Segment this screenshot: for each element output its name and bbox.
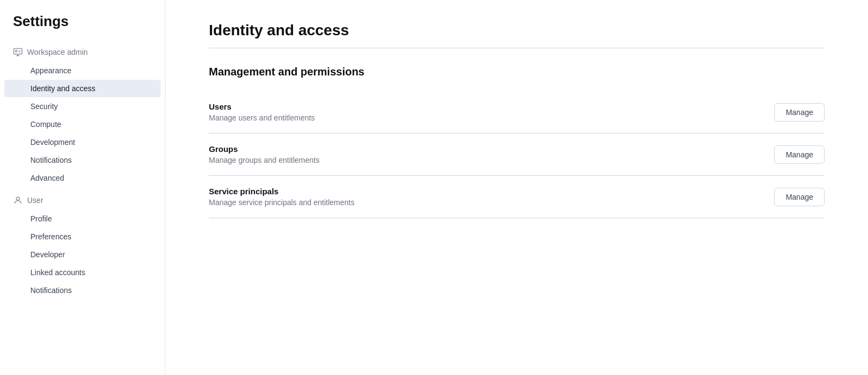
svg-point-2	[16, 197, 20, 200]
page-title: Identity and access	[209, 22, 825, 39]
users-manage-button[interactable]: Manage	[774, 103, 825, 122]
user-section-header[interactable]: User	[0, 191, 165, 209]
groups-manage-button[interactable]: Manage	[774, 145, 825, 164]
sidebar-title: Settings	[0, 13, 165, 43]
groups-desc: Manage groups and entitlements	[209, 156, 320, 164]
sidebar-item-identity-and-access[interactable]: Identity and access	[4, 80, 161, 97]
workspace-admin-icon	[13, 47, 23, 57]
groups-info: Groups Manage groups and entitlements	[209, 144, 320, 164]
items-container: Users Manage users and entitlements Mana…	[209, 91, 825, 218]
groups-name: Groups	[209, 144, 320, 154]
sidebar-item-notifications[interactable]: Notifications	[4, 151, 161, 169]
sidebar-item-advanced[interactable]: Advanced	[4, 169, 161, 187]
sidebar-item-security[interactable]: Security	[4, 98, 161, 115]
sidebar-item-developer[interactable]: Developer	[4, 246, 161, 263]
sidebar-item-user-notifications[interactable]: Notifications	[4, 282, 161, 299]
main-content: Identity and access Management and permi…	[165, 0, 868, 375]
workspace-admin-nav: Appearance Identity and access Security …	[0, 62, 165, 187]
service-principals-info: Service principals Manage service princi…	[209, 187, 354, 207]
svg-rect-0	[14, 48, 22, 54]
user-nav: Profile Preferences Developer Linked acc…	[0, 210, 165, 299]
groups-row: Groups Manage groups and entitlements Ma…	[209, 134, 825, 176]
workspace-admin-label: Workspace admin	[27, 48, 88, 56]
user-icon	[13, 195, 23, 205]
workspace-admin-header[interactable]: Workspace admin	[0, 43, 165, 61]
users-name: Users	[209, 102, 315, 111]
user-label: User	[27, 196, 43, 205]
sidebar-item-preferences[interactable]: Preferences	[4, 228, 161, 245]
page-divider	[209, 48, 825, 48]
user-section: User Profile Preferences Developer Linke…	[0, 191, 165, 299]
sidebar-item-appearance[interactable]: Appearance	[4, 62, 161, 79]
service-principals-desc: Manage service principals and entitlemen…	[209, 198, 354, 207]
users-desc: Manage users and entitlements	[209, 113, 315, 122]
section-title: Management and permissions	[209, 66, 825, 78]
service-principals-name: Service principals	[209, 187, 354, 196]
service-principals-row: Service principals Manage service princi…	[209, 176, 825, 218]
sidebar-item-profile[interactable]: Profile	[4, 210, 161, 227]
workspace-admin-section: Workspace admin Appearance Identity and …	[0, 43, 165, 187]
users-row: Users Manage users and entitlements Mana…	[209, 91, 825, 134]
svg-point-1	[16, 50, 17, 52]
sidebar-item-linked-accounts[interactable]: Linked accounts	[4, 264, 161, 281]
users-info: Users Manage users and entitlements	[209, 102, 315, 122]
sidebar-item-compute[interactable]: Compute	[4, 116, 161, 133]
sidebar-item-development[interactable]: Development	[4, 134, 161, 151]
service-principals-manage-button[interactable]: Manage	[774, 188, 825, 206]
sidebar: Settings Workspace admin Appearance Iden…	[0, 0, 165, 375]
